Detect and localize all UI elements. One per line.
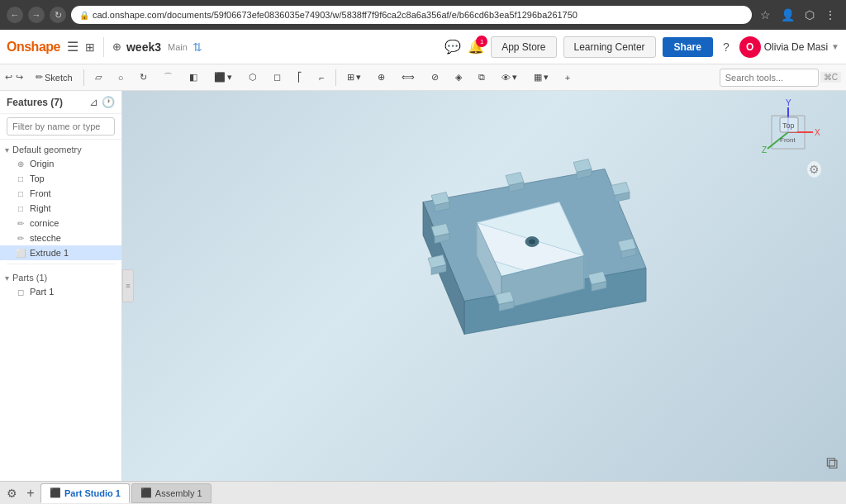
- tree-item-part1[interactable]: ◻ Part 1: [0, 284, 121, 299]
- share-button[interactable]: Share: [663, 37, 713, 57]
- measure-icon: ⟺: [402, 72, 415, 83]
- grid-icon[interactable]: ⊞: [85, 40, 95, 54]
- profile-icon[interactable]: 👤: [777, 7, 798, 23]
- search-tools-input[interactable]: [720, 69, 819, 87]
- sidebar: Features (7) ⊿ 🕐 ▾ Default geometry ⊕ Or…: [0, 91, 122, 481]
- learning-center-button[interactable]: Learning Center: [563, 36, 656, 58]
- fillet3d-tool[interactable]: ⎡: [290, 69, 310, 86]
- app-toolbar: Onshape ☰ ⊞ ⊕ week3 Main ⇅ 💬 🔔 1 App Sto…: [0, 30, 846, 64]
- tree-item-cornice[interactable]: ✏ cornice: [0, 216, 121, 231]
- shell-icon: ⬡: [249, 72, 257, 83]
- plane-icon: ▱: [95, 72, 102, 83]
- sketch-toolbar: ↩ ↪ ✏ Sketch ▱ ○ ↻ ⌒ ◧ ⬛▾ ⬡ ◻ ⎡ ⌐ ⊞▾ ⊕ ⟺…: [0, 64, 846, 91]
- settings-bottom-icon[interactable]: ⚙: [3, 485, 21, 502]
- right-label: Right: [30, 203, 51, 213]
- tree-item-origin[interactable]: ⊕ Origin: [0, 156, 121, 171]
- parts-chevron-icon: ▾: [5, 273, 9, 283]
- sidebar-history-icon[interactable]: 🕐: [102, 96, 115, 108]
- cursor-tool-icon[interactable]: ⊕: [112, 40, 121, 53]
- sync-icon[interactable]: ⇅: [192, 40, 202, 54]
- origin-label: Origin: [30, 159, 54, 169]
- shell-tool[interactable]: ⬡: [241, 69, 264, 86]
- tree-item-extrude1[interactable]: ⬜ Extrude 1: [0, 245, 121, 260]
- boolean-tool[interactable]: ⊕: [370, 69, 392, 86]
- toolbar-separator-1: [83, 69, 84, 86]
- stecche-icon: ✏: [15, 232, 26, 244]
- add-tab-button[interactable]: +: [22, 485, 39, 502]
- viewport-background: X Y Z Top Front ⚙ ⧉: [122, 91, 846, 481]
- cornice-icon: ✏: [15, 217, 26, 229]
- chamfer-tool[interactable]: ⌐: [311, 69, 331, 86]
- expand-icon[interactable]: ⧉: [826, 454, 838, 472]
- user-avatar: O: [739, 36, 761, 58]
- help-icon[interactable]: ?: [720, 37, 733, 57]
- app-store-button[interactable]: App Store: [491, 36, 556, 58]
- sidebar-header: Features (7) ⊿ 🕐: [0, 91, 121, 114]
- draft-tool[interactable]: ◻: [266, 69, 288, 86]
- tree-item-stecche[interactable]: ✏ stecche: [0, 231, 121, 245]
- tool5-icon: ◧: [189, 72, 197, 83]
- svg-text:Top: Top: [782, 121, 795, 130]
- revolve-tool[interactable]: ↻: [132, 69, 154, 86]
- plane2-tool[interactable]: ⧉: [471, 69, 492, 86]
- tree-item-front[interactable]: □ Front: [0, 186, 121, 201]
- tree-item-top[interactable]: □ Top: [0, 171, 121, 186]
- part1-label: Part 1: [30, 287, 54, 297]
- fillet-tool[interactable]: ⌒: [156, 68, 180, 87]
- circle-tool[interactable]: ○: [111, 69, 131, 86]
- tab-part-studio-1[interactable]: ⬛ Part Studio 1: [40, 483, 130, 503]
- url-bar[interactable]: 🔒 cad.onshape.com/documents/59f06673efe0…: [71, 6, 752, 24]
- extrude-icon: ⬛: [214, 72, 226, 83]
- sidebar-tree: ▾ Default geometry ⊕ Origin □ Top □ Fron…: [0, 140, 121, 481]
- fillet-icon: ⌒: [164, 71, 173, 83]
- fillet3d-icon: ⎡: [297, 72, 302, 83]
- view-tool[interactable]: 👁▾: [494, 69, 525, 86]
- viewport[interactable]: X Y Z Top Front ⚙ ⧉: [122, 91, 846, 481]
- sidebar-collapse-handle[interactable]: ≡: [122, 269, 134, 302]
- search-tools-area: ⌘C: [720, 69, 841, 87]
- draft-icon: ◻: [273, 72, 281, 83]
- top-label: Top: [30, 174, 45, 183]
- settings-icon[interactable]: ⚙: [807, 161, 821, 178]
- back-button[interactable]: ←: [7, 7, 23, 23]
- default-geometry-section[interactable]: ▾ Default geometry: [0, 143, 121, 156]
- refresh-button[interactable]: ↻: [50, 7, 66, 23]
- sidebar-header-icons: ⊿ 🕐: [89, 96, 115, 108]
- boolean-icon: ⊕: [378, 72, 385, 83]
- notification-badge[interactable]: 🔔 1: [468, 39, 484, 55]
- redo-button[interactable]: ↪: [16, 72, 23, 83]
- filter-input[interactable]: [7, 117, 115, 136]
- chat-icon[interactable]: 💬: [444, 39, 461, 55]
- section-tool[interactable]: ⊘: [424, 69, 446, 86]
- viewport-orientation-cube[interactable]: X Y Z Top Front ⚙: [755, 99, 821, 165]
- parts-section: ▾ Parts (1) ◻ Part 1: [0, 268, 121, 302]
- hamburger-menu[interactable]: ☰: [65, 37, 80, 56]
- front-plane-icon: □: [15, 188, 26, 199]
- user-menu[interactable]: O Olivia De Masi ▼: [739, 36, 839, 58]
- extensions-icon[interactable]: ⬡: [801, 7, 818, 23]
- plane-tool[interactable]: ▱: [88, 69, 109, 86]
- add-tool[interactable]: +: [558, 69, 577, 86]
- pattern-tool[interactable]: ⊞▾: [340, 69, 368, 86]
- viewport-bottom-right-icon[interactable]: ⧉: [826, 454, 838, 473]
- search-shortcut-badge: ⌘C: [820, 72, 841, 83]
- undo-button[interactable]: ↩: [5, 72, 12, 83]
- sketch-button[interactable]: ✏ Sketch: [28, 69, 80, 86]
- tool5[interactable]: ◧: [182, 69, 205, 86]
- toolbar-right: 💬 🔔 1 App Store Learning Center Share ? …: [444, 36, 839, 58]
- svg-text:Front: Front: [780, 136, 796, 144]
- tab-assembly-1[interactable]: ⬛ Assembly 1: [131, 483, 212, 503]
- right-plane-icon: □: [15, 202, 26, 214]
- stecche-label: stecche: [30, 233, 61, 243]
- measure-tool[interactable]: ⟺: [394, 69, 422, 86]
- render-tool[interactable]: ◈: [448, 69, 469, 86]
- bookmark-icon[interactable]: ☆: [757, 7, 774, 23]
- parts-section-header[interactable]: ▾ Parts (1): [0, 271, 121, 284]
- tree-item-right[interactable]: □ Right: [0, 201, 121, 216]
- forward-button[interactable]: →: [28, 7, 45, 23]
- menu-icon[interactable]: ⋮: [821, 7, 839, 23]
- display-tool[interactable]: ▦▾: [526, 69, 556, 86]
- pencil-icon: ✏: [36, 72, 43, 83]
- sidebar-filter-icon[interactable]: ⊿: [89, 96, 98, 108]
- extrude-tool[interactable]: ⬛▾: [207, 69, 240, 86]
